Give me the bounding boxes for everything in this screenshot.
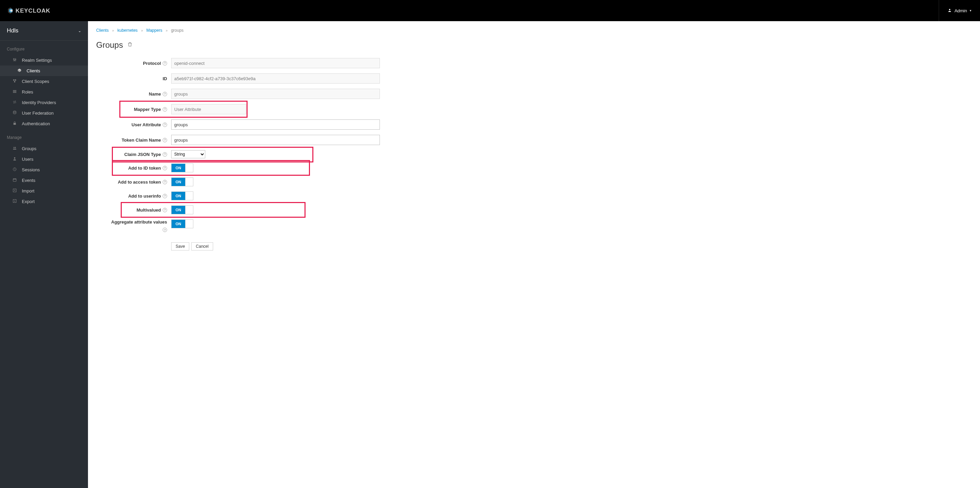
input-mapper-type	[171, 104, 246, 114]
brand-logo[interactable]: KEYCLOAK	[0, 0, 65, 21]
row-add-to-userinfo: Add to userinfo ? ON	[96, 191, 972, 200]
sidebar-item-label: Identity Providers	[22, 100, 56, 105]
row-user-attribute: User Attribute ?	[96, 120, 972, 130]
toggle-add-to-id-token[interactable]: ON	[171, 163, 193, 172]
svg-point-24	[14, 157, 15, 159]
breadcrumb: Clients » kubernetes » Mappers » groups	[96, 28, 972, 33]
label-name: Name	[149, 91, 161, 97]
toggle-state: ON	[172, 178, 185, 186]
import-icon	[12, 188, 17, 193]
label-user-attribute: User Attribute	[132, 122, 161, 127]
sidebar-item-roles[interactable]: Roles	[0, 87, 88, 97]
export-icon	[12, 199, 17, 204]
help-icon[interactable]: ?	[163, 107, 167, 112]
input-name	[171, 89, 380, 99]
sidebar-item-clients[interactable]: Clients	[0, 65, 88, 76]
label-protocol: Protocol	[143, 61, 161, 66]
breadcrumb-link-kubernetes[interactable]: kubernetes	[117, 28, 137, 33]
sidebar-item-groups[interactable]: Groups	[0, 144, 88, 154]
page-title-text: Groups	[96, 40, 123, 50]
toggle-multivalued[interactable]: ON	[171, 206, 193, 214]
svg-point-22	[14, 147, 15, 148]
svg-rect-21	[14, 123, 16, 125]
label-add-to-access-token: Add to access token	[118, 180, 161, 185]
input-id	[171, 73, 380, 84]
label-multivalued: Multivalued	[137, 207, 161, 213]
help-icon[interactable]: ?	[163, 228, 167, 232]
label-mapper-type: Mapper Type	[134, 107, 161, 112]
breadcrumb-current: groups	[171, 28, 183, 33]
user-icon	[12, 156, 17, 162]
toggle-knob	[185, 220, 193, 228]
label-add-to-userinfo: Add to userinfo	[128, 193, 161, 199]
sidebar-item-sessions[interactable]: Sessions	[0, 164, 88, 175]
delete-icon[interactable]	[127, 41, 133, 49]
breadcrumb-link-mappers[interactable]: Mappers	[146, 28, 162, 33]
svg-point-10	[15, 59, 16, 60]
list-icon	[12, 89, 17, 94]
sidebar-item-label: Roles	[22, 89, 33, 94]
form-buttons: Save Cancel	[171, 242, 972, 250]
save-button[interactable]: Save	[171, 242, 189, 250]
label-token-claim-name: Token Claim Name	[122, 137, 161, 143]
navbar: KEYCLOAK Admin ▾	[0, 0, 980, 21]
sidebar-item-import[interactable]: Import	[0, 186, 88, 196]
row-add-to-access-token: Add to access token ? ON	[96, 177, 972, 186]
toggle-aggregate[interactable]: ON	[171, 219, 193, 228]
sidebar-item-users[interactable]: Users	[0, 154, 88, 164]
help-icon[interactable]: ?	[163, 152, 167, 156]
select-claim-json-type[interactable]: String	[171, 150, 205, 158]
row-multivalued: Multivalued ? ON	[96, 206, 972, 214]
realm-name: Hdls	[7, 27, 18, 34]
sidebar-item-client-scopes[interactable]: Client Scopes	[0, 76, 88, 87]
sliders-icon	[12, 58, 17, 63]
svg-rect-19	[13, 92, 16, 93]
sidebar-section-manage: Manage	[0, 129, 88, 144]
svg-point-8	[13, 59, 14, 59]
help-icon[interactable]: ?	[163, 123, 167, 127]
input-token-claim-name[interactable]	[171, 135, 380, 145]
input-user-attribute[interactable]	[171, 120, 380, 130]
user-name: Admin	[955, 8, 967, 13]
row-id: ID	[96, 73, 972, 84]
help-icon[interactable]: ?	[163, 92, 167, 96]
row-name: Name ?	[96, 89, 972, 99]
toggle-knob	[185, 192, 193, 200]
scopes-icon	[12, 79, 17, 84]
row-add-to-id-token: Add to ID token ? ON	[96, 163, 972, 172]
cube-icon	[17, 68, 22, 73]
sidebar-item-events[interactable]: Events	[0, 175, 88, 186]
sidebar-item-export[interactable]: Export	[0, 196, 88, 207]
svg-point-14	[13, 80, 15, 81]
help-icon[interactable]: ?	[163, 61, 167, 65]
toggle-knob	[185, 164, 193, 172]
help-icon[interactable]: ?	[163, 138, 167, 142]
svg-point-15	[15, 80, 16, 81]
clock-icon	[12, 167, 17, 172]
help-icon[interactable]: ?	[163, 194, 167, 198]
sidebar-item-authentication[interactable]: Authentication	[0, 118, 88, 129]
help-icon[interactable]: ?	[163, 208, 167, 212]
sidebar-item-label: Realm Settings	[22, 58, 52, 63]
sidebar-item-realm-settings[interactable]: Realm Settings	[0, 55, 88, 65]
breadcrumb-separator-icon: »	[141, 29, 143, 32]
toggle-add-to-access-token[interactable]: ON	[171, 177, 193, 186]
sidebar-item-label: Sessions	[22, 167, 40, 172]
row-aggregate: Aggregate attribute values ? ON	[96, 219, 972, 232]
help-icon[interactable]: ?	[163, 166, 167, 170]
realm-selector[interactable]: Hdls ⌄	[0, 21, 88, 41]
breadcrumb-link-clients[interactable]: Clients	[96, 28, 109, 33]
sidebar: Hdls ⌄ Configure Realm Settings Clients …	[0, 21, 88, 488]
user-icon	[948, 8, 952, 13]
sidebar-item-user-federation[interactable]: User Federation	[0, 108, 88, 118]
toggle-add-to-userinfo[interactable]: ON	[171, 191, 193, 200]
keycloak-logo-icon: KEYCLOAK	[7, 6, 65, 15]
breadcrumb-separator-icon: »	[166, 29, 168, 32]
label-claim-json-type: Claim JSON Type	[124, 152, 161, 157]
cancel-button[interactable]: Cancel	[191, 242, 213, 250]
sidebar-item-identity-providers[interactable]: Identity Providers	[0, 97, 88, 108]
help-icon[interactable]: ?	[163, 180, 167, 184]
input-protocol	[171, 58, 380, 68]
user-menu[interactable]: Admin ▾	[939, 0, 980, 21]
sidebar-item-label: Import	[22, 188, 35, 193]
